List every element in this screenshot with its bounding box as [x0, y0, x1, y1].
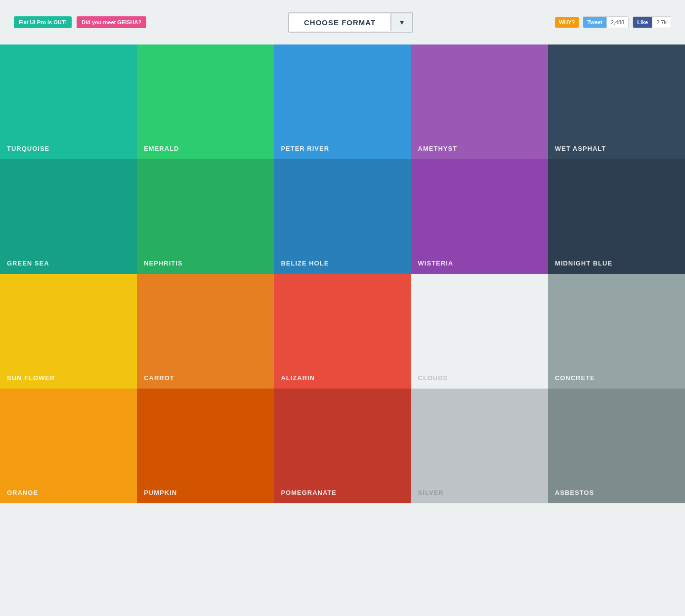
color-cell[interactable]: AMETHYST: [411, 44, 548, 159]
tweet-icon: Tweet: [583, 17, 606, 28]
format-arrow-icon[interactable]: ▼: [390, 13, 412, 31]
color-cell[interactable]: PETER RIVER: [274, 44, 411, 159]
color-name: POMEGRANATE: [281, 489, 337, 496]
color-name: BELIZE HOLE: [281, 260, 329, 267]
color-cell[interactable]: TURQUOISE: [0, 44, 137, 159]
tweet-count: 2,488: [606, 17, 629, 28]
color-name: ORANGE: [7, 489, 38, 496]
color-cell[interactable]: ALIZARIN: [274, 274, 411, 389]
color-cell[interactable]: WET ASPHALT: [548, 44, 685, 159]
color-cell[interactable]: CARROT: [137, 274, 274, 389]
format-dropdown[interactable]: CHOOSE FORMAT ▼: [288, 12, 413, 33]
format-label[interactable]: CHOOSE FORMAT: [289, 13, 390, 32]
header: Flat UI Pro is OUT! Did you meet GEISHA?…: [0, 0, 685, 44]
color-name: ASBESTOS: [555, 489, 594, 496]
like-button[interactable]: Like 2.7k: [633, 16, 671, 28]
header-center: CHOOSE FORMAT ▼: [288, 12, 413, 33]
color-name: CARROT: [144, 374, 174, 382]
color-grid: TURQUOISEEMERALDPETER RIVERAMETHYSTWET A…: [0, 44, 685, 503]
color-cell[interactable]: ASBESTOS: [548, 389, 685, 503]
color-name: PETER RIVER: [281, 145, 329, 152]
color-cell[interactable]: ORANGE: [0, 389, 137, 503]
color-name: SILVER: [418, 489, 444, 496]
color-cell[interactable]: POMEGRANATE: [274, 389, 411, 503]
color-name: PUMPKIN: [144, 489, 177, 496]
like-icon: Like: [633, 17, 652, 28]
color-name: CONCRETE: [555, 374, 595, 382]
color-name: GREEN SEA: [7, 260, 49, 267]
color-name: SUN FLOWER: [7, 374, 55, 382]
color-cell[interactable]: EMERALD: [137, 44, 274, 159]
color-name: TURQUOISE: [7, 145, 49, 152]
why-badge[interactable]: WHY?: [555, 17, 579, 28]
color-cell[interactable]: SILVER: [411, 389, 548, 503]
color-name: MIDNIGHT BLUE: [555, 260, 612, 267]
color-cell[interactable]: SUN FLOWER: [0, 274, 137, 389]
color-cell[interactable]: BELIZE HOLE: [274, 159, 411, 274]
like-count: 2.7k: [652, 17, 671, 28]
color-name: EMERALD: [144, 145, 179, 152]
geisha-badge[interactable]: Did you meet GEISHA?: [77, 16, 146, 28]
header-left: Flat UI Pro is OUT! Did you meet GEISHA?: [14, 16, 146, 28]
color-name: WET ASPHALT: [555, 145, 606, 152]
color-cell[interactable]: CONCRETE: [548, 274, 685, 389]
color-cell[interactable]: CLOUDS: [411, 274, 548, 389]
color-cell[interactable]: WISTERIA: [411, 159, 548, 274]
color-name: WISTERIA: [418, 260, 454, 267]
color-name: AMETHYST: [418, 145, 458, 152]
flat-ui-pro-badge[interactable]: Flat UI Pro is OUT!: [14, 16, 72, 28]
color-name: CLOUDS: [418, 374, 448, 382]
header-right: WHY? Tweet 2,488 Like 2.7k: [555, 16, 671, 28]
tweet-button[interactable]: Tweet 2,488: [583, 16, 629, 28]
color-name: NEPHRITIS: [144, 260, 182, 267]
color-cell[interactable]: GREEN SEA: [0, 159, 137, 274]
color-cell[interactable]: NEPHRITIS: [137, 159, 274, 274]
color-cell[interactable]: PUMPKIN: [137, 389, 274, 503]
color-name: ALIZARIN: [281, 374, 315, 382]
color-cell[interactable]: MIDNIGHT BLUE: [548, 159, 685, 274]
